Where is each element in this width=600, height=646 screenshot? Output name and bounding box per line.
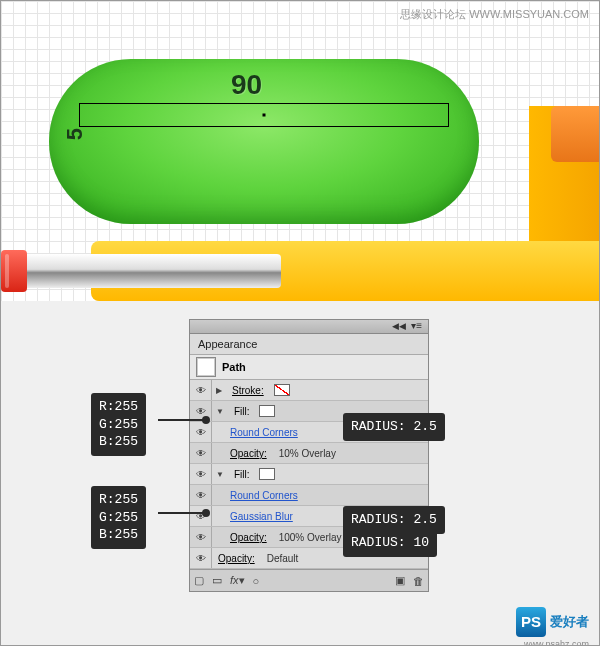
selection-rectangle[interactable] [79,103,449,127]
visibility-icon[interactable]: 👁 [190,443,212,463]
ps-badge: PS [516,607,546,637]
shape-orange-cap [551,106,599,162]
visibility-icon[interactable]: 👁 [190,464,212,484]
visibility-icon[interactable]: 👁 [190,422,212,442]
panel-footer: ▢ ▭ fx▾ ○ ▣ 🗑 [190,569,428,591]
trash-icon[interactable]: 🗑 [413,575,424,587]
fill-label: Fill: [228,469,256,480]
collapse-icon[interactable]: ▼ [212,407,228,416]
shape-barrel [1,254,281,288]
duplicate-icon[interactable]: ▣ [395,574,405,587]
effect-link[interactable]: Round Corners [212,490,298,501]
effect-link[interactable]: Gaussian Blur [212,511,293,522]
callout-radius-3: RADIUS: 10 [343,529,437,557]
callout-connector [158,419,206,421]
ps-text: 爱好者 [550,613,589,631]
canvas-artboard[interactable]: 90 5 [1,1,599,301]
visibility-icon[interactable]: 👁 [190,548,212,568]
visibility-icon[interactable]: 👁 [190,485,212,505]
opacity-label: Opacity: [212,448,273,459]
object-name: Path [222,361,246,373]
callout-radius-1: RADIUS: 2.5 [343,413,445,441]
fill-swatch[interactable] [259,468,275,480]
clear-icon[interactable]: ▭ [212,574,222,587]
row-fill-2[interactable]: 👁 ▼ Fill: [190,464,428,485]
dimension-height: 5 [62,128,88,140]
expand-icon[interactable]: ▶ [212,386,226,395]
callout-rgb-1: R:255 G:255 B:255 [91,393,146,456]
opacity-label: Opacity: [212,553,261,564]
collapse-icon[interactable]: ▼ [212,470,228,479]
row-opacity-10[interactable]: 👁 Opacity: 10% Overlay [190,443,428,464]
callout-rgb-2: R:255 G:255 B:255 [91,486,146,549]
effect-link[interactable]: Round Corners [212,427,298,438]
shape-green-pill[interactable] [49,59,479,224]
toggle-icon[interactable]: ○ [253,575,260,587]
panel-title[interactable]: Appearance [190,334,428,355]
fill-swatch[interactable] [259,405,275,417]
row-round-corners-2[interactable]: 👁 Round Corners [190,485,428,506]
fill-label: Fill: [228,406,256,417]
opacity-value: 100% Overlay [273,532,342,543]
new-art-icon[interactable]: ▢ [194,574,204,587]
opacity-value: 10% Overlay [273,448,336,459]
panel-collapse-icon[interactable]: ◀◀ [392,321,406,331]
site-url: www.psahz.com [524,639,589,646]
stroke-label: Stroke: [226,385,270,396]
opacity-value: Default [261,553,299,564]
opacity-label: Opacity: [212,532,273,543]
object-swatch[interactable] [196,357,216,377]
panel-menu-icon[interactable]: ▾≡ [411,320,422,331]
panel-object-row[interactable]: Path [190,355,428,380]
dimension-width: 90 [231,69,262,101]
fx-button[interactable]: fx▾ [230,574,245,587]
panel-titlebar[interactable]: ◀◀ ▾≡ [190,320,428,334]
watermark-text: 思缘设计论坛 WWW.MISSYUAN.COM [400,7,589,22]
visibility-icon[interactable]: 👁 [190,506,212,526]
site-logo: PS 爱好者 [516,607,589,637]
callout-connector [158,512,206,514]
stroke-swatch[interactable] [274,384,290,396]
visibility-icon[interactable]: 👁 [190,380,212,400]
lower-area: ◀◀ ▾≡ Appearance Path 👁 ▶ Stroke: 👁 ▼ Fi… [1,301,600,646]
shape-red-tip [1,250,27,292]
visibility-icon[interactable]: 👁 [190,527,212,547]
row-stroke[interactable]: 👁 ▶ Stroke: [190,380,428,401]
